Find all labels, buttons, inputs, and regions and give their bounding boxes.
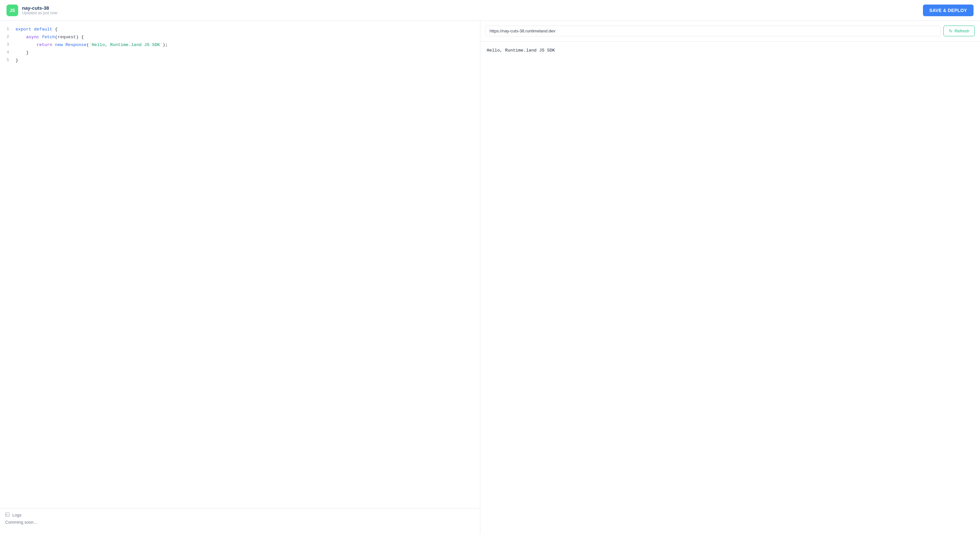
logs-header: Logs	[5, 512, 475, 518]
line-content: export default {	[16, 26, 480, 33]
save-deploy-button[interactable]: SAVE & DEPLOY	[923, 5, 974, 16]
code-line: 5}	[0, 57, 480, 65]
header: JS nay-cuts-38 Updated as just now SAVE …	[0, 0, 980, 21]
main-content: 1export default {2 async fetch(request) …	[0, 21, 980, 534]
line-content: async fetch(request) {	[16, 34, 480, 41]
editor-panel: 1export default {2 async fetch(request) …	[0, 21, 480, 534]
preview-panel: ↻ Refresh Hello, Runtime.land JS SDK	[480, 21, 980, 534]
code-line: 3 return new Response(`Hello, Runtime.la…	[0, 41, 480, 49]
line-content: }	[16, 57, 480, 64]
preview-content: Hello, Runtime.land JS SDK	[480, 41, 980, 534]
refresh-button[interactable]: ↻ Refresh	[943, 25, 975, 36]
preview-output: Hello, Runtime.land JS SDK	[487, 48, 555, 53]
refresh-icon: ↻	[949, 29, 953, 33]
logs-content: Comming soon...	[5, 520, 475, 524]
line-content: }	[16, 49, 480, 56]
line-number: 3	[0, 41, 16, 48]
logs-panel: Logs Comming soon...	[0, 508, 480, 534]
js-logo: JS	[6, 5, 18, 16]
preview-header: ↻ Refresh	[480, 21, 980, 41]
line-content: return new Response(`Hello, Runtime.land…	[16, 41, 480, 49]
line-number: 2	[0, 34, 16, 40]
code-line: 1export default {	[0, 26, 480, 34]
svg-rect-0	[5, 513, 10, 517]
code-editor[interactable]: 1export default {2 async fetch(request) …	[0, 21, 480, 508]
line-number: 5	[0, 57, 16, 64]
logs-icon	[5, 512, 10, 518]
url-bar[interactable]	[485, 25, 941, 36]
line-number: 4	[0, 49, 16, 56]
line-number: 1	[0, 26, 16, 33]
refresh-label: Refresh	[955, 29, 969, 33]
code-line: 2 async fetch(request) {	[0, 34, 480, 41]
app-updated: Updated as just now	[22, 11, 57, 15]
code-line: 4 }	[0, 49, 480, 57]
header-left: JS nay-cuts-38 Updated as just now	[6, 5, 57, 16]
logs-label: Logs	[12, 513, 21, 518]
app-info: nay-cuts-38 Updated as just now	[22, 5, 57, 15]
app-name: nay-cuts-38	[22, 5, 57, 11]
